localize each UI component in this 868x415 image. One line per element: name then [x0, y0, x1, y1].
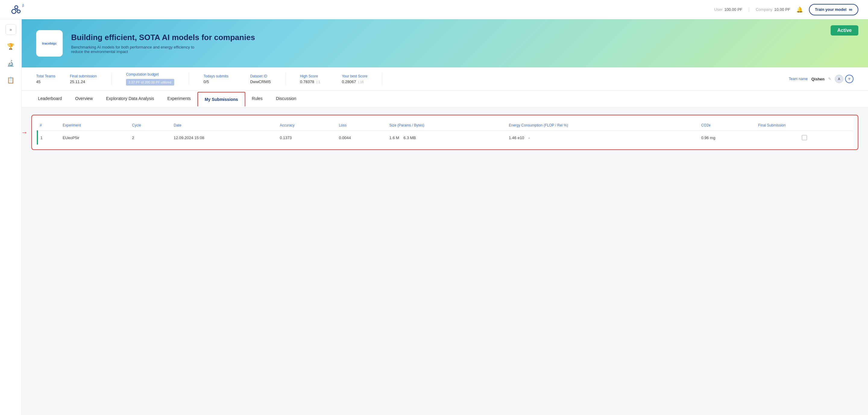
company-pf-value: 10.00 PF [774, 7, 790, 12]
cell-experiment: EUeoP5ir [60, 131, 130, 145]
stat-divider-3 [285, 73, 286, 85]
team-section: Team name Qishen ✎ A + [789, 75, 854, 83]
avatar-a: A [835, 75, 843, 83]
final-submission-checkbox[interactable] [802, 135, 807, 140]
col-num: # [37, 120, 60, 131]
sidebar-icon-science[interactable]: 🔬 [5, 58, 16, 69]
final-submission-value: 25.11.24 [70, 79, 97, 84]
col-date: Date [171, 120, 277, 131]
tab-eda[interactable]: Exploratory Data Analysis [99, 91, 161, 107]
user-label: User [714, 7, 722, 12]
beta-label: β [22, 4, 24, 7]
budget-bar: 2.37 PF of 200.00 PF utilized [126, 79, 174, 85]
svg-point-1 [17, 10, 20, 13]
col-loss: Loss [336, 120, 387, 131]
stats-bar: Total Teams 45 Final submission 25.11.24… [22, 67, 868, 91]
cell-co2e: 0.96 mg [699, 131, 755, 145]
your-best-score-label: Your best Score [342, 74, 367, 78]
bell-icon[interactable]: 🔔 [796, 6, 803, 13]
tab-my-submissions[interactable]: My Submissions [197, 92, 245, 106]
stat-divider-4 [382, 73, 382, 85]
high-score-value: 0.78378 | 1 [300, 79, 320, 84]
tab-leaderboard[interactable]: Leaderboard [31, 91, 68, 107]
row-arrow: → [21, 129, 28, 136]
todays-submits-stat: Todays submits 0/5 [204, 74, 228, 84]
your-best-score-value: 0.28067 | 16 [342, 79, 367, 84]
team-name-label: Team name [789, 77, 808, 81]
sidebar-toggle[interactable]: » [5, 24, 16, 35]
todays-submits-value: 0/5 [204, 79, 228, 84]
main-content: Active tracebigc Building efficient, SOT… [22, 19, 868, 415]
logo-icon: β [10, 3, 23, 16]
final-submission-label: Final submission [70, 74, 97, 78]
total-teams-value: 45 [36, 79, 56, 84]
col-cycle: Cycle [130, 120, 171, 131]
col-final-submission: Final Submission [756, 120, 853, 131]
top-nav-right: User 100.00 PF | Company 10.00 PF 🔔 Trai… [714, 4, 858, 15]
user-pf-value: 100.00 PF [724, 7, 742, 12]
infinity-icon: ∞ [849, 7, 852, 12]
sidebar-icon-docs[interactable]: 📋 [5, 75, 16, 85]
col-experiment: Experiment [60, 120, 130, 131]
team-name-value: Qishen [811, 77, 825, 81]
budget-bar-container: 2.37 PF of 200.00 PF utilized [126, 79, 174, 85]
total-teams-label: Total Teams [36, 74, 56, 78]
tabs-bar: Leaderboard Overview Exploratory Data An… [22, 91, 868, 107]
banner-title: Building efficient, SOTA AI models for c… [71, 33, 255, 42]
cell-loss: 0.0044 [336, 131, 387, 145]
final-submission-checkbox-cell [758, 135, 850, 140]
tab-rules[interactable]: Rules [245, 91, 270, 107]
budget-label: Computation budget [126, 72, 174, 76]
cell-num: 1 [37, 131, 60, 145]
cell-accuracy: 0.1373 [277, 131, 336, 145]
competition-banner: Active tracebigc Building efficient, SOT… [22, 19, 868, 67]
col-energy: Energy Consumption (FLOP / Rel %) [506, 120, 699, 131]
computation-budget-stat: Computation budget 2.37 PF of 200.00 PF … [126, 72, 174, 85]
cell-date: 12.09.2024 15:08 [171, 131, 277, 145]
content-area: → # Experiment Cycle Date Accuracy Loss [22, 107, 868, 228]
company-pf-info: Company 10.00 PF [755, 7, 790, 12]
col-accuracy: Accuracy [277, 120, 336, 131]
cell-size: 1.6 M 6.3 MB [387, 131, 506, 145]
logo-area: β [10, 3, 23, 16]
submissions-table: # Experiment Cycle Date Accuracy Loss Si… [37, 120, 853, 144]
table-row: 1 EUeoP5ir 2 12.09.2024 15:08 0.1373 0.0… [37, 131, 853, 145]
tab-discussion[interactable]: Discussion [269, 91, 303, 107]
sidebar: » 🏆 🔬 📋 [0, 19, 22, 415]
edit-team-icon[interactable]: ✎ [828, 77, 831, 81]
cell-final-submission [756, 131, 853, 145]
pf-divider: | [748, 7, 749, 12]
active-badge: Active [831, 25, 858, 36]
tab-overview[interactable]: Overview [68, 91, 99, 107]
sidebar-icon-trophy[interactable]: 🏆 [5, 41, 16, 52]
train-model-button[interactable]: Train your model ∞ [809, 4, 858, 15]
col-size: Size (Params / Bytes) [387, 120, 506, 131]
arrow-wrapper: → # Experiment Cycle Date Accuracy Loss [31, 115, 858, 150]
total-teams-stat: Total Teams 45 [36, 74, 56, 84]
cell-energy: 1.46 e10 - [506, 131, 699, 145]
your-best-score-stat: Your best Score 0.28067 | 16 [342, 74, 367, 84]
banner-subtitle: Benchmarking AI models for both performa… [71, 45, 198, 54]
team-avatars: A + [835, 75, 854, 83]
table-header: # Experiment Cycle Date Accuracy Loss Si… [37, 120, 853, 131]
tab-experiments[interactable]: Experiments [161, 91, 197, 107]
table-with-arrow: → # Experiment Cycle Date Accuracy Loss [37, 120, 853, 144]
svg-point-2 [15, 6, 18, 9]
top-nav: β User 100.00 PF | Company 10.00 PF 🔔 Tr… [0, 0, 868, 19]
add-member-button[interactable]: + [845, 75, 854, 83]
cell-cycle: 2 [130, 131, 171, 145]
banner-text: Building efficient, SOTA AI models for c… [71, 33, 255, 54]
stat-divider-1 [111, 73, 112, 85]
high-score-label: High Score [300, 74, 320, 78]
final-submission-stat: Final submission 25.11.24 [70, 74, 97, 84]
user-pf-info: User 100.00 PF [714, 7, 742, 12]
dataset-id-value: DwwCRMI5 [250, 79, 271, 84]
submissions-table-container: → # Experiment Cycle Date Accuracy Loss [31, 115, 858, 150]
col-co2e: CO2e [699, 120, 755, 131]
dataset-id-label: Dataset ID [250, 74, 271, 78]
banner-logo: tracebigc [36, 30, 63, 57]
todays-submits-label: Todays submits [204, 74, 228, 78]
stat-divider-2 [189, 73, 189, 85]
main-layout: » 🏆 🔬 📋 Active tracebigc Building effici… [0, 19, 868, 415]
high-score-stat: High Score 0.78378 | 1 [300, 74, 320, 84]
